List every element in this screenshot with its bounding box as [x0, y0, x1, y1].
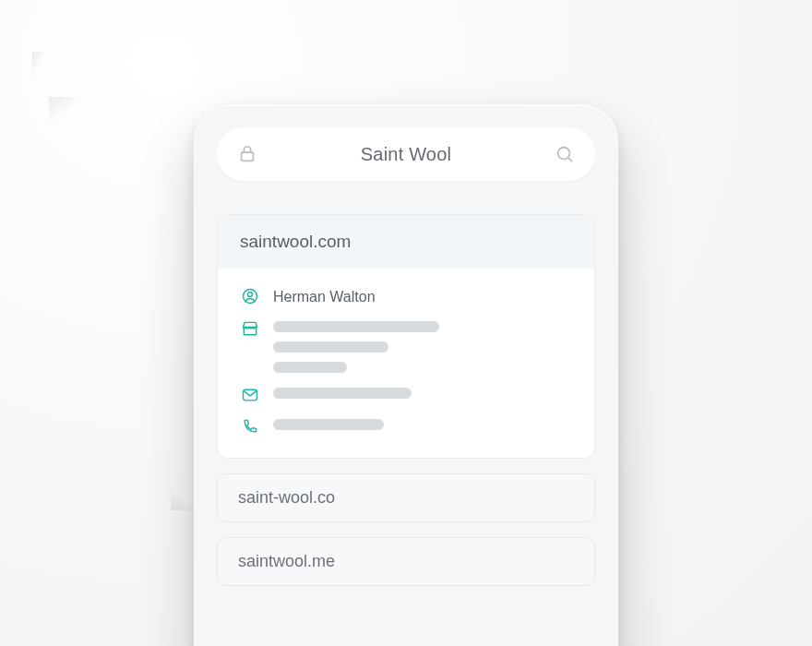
store-icon [240, 319, 260, 338]
domain-card-header[interactable]: saintwool.com [218, 215, 594, 269]
owner-name: Herman Walton [273, 287, 376, 306]
phone-placeholder [273, 417, 384, 430]
svg-point-4 [248, 292, 253, 296]
alternate-domain-item[interactable]: saint-wool.co [217, 473, 595, 522]
email-placeholder [273, 386, 412, 399]
svg-line-2 [568, 158, 572, 162]
address-row [240, 319, 572, 373]
alternate-domain-label: saintwool.me [238, 552, 335, 570]
mail-icon [240, 386, 260, 404]
user-icon [240, 287, 260, 305]
address-placeholder [273, 319, 439, 373]
owner-row: Herman Walton [240, 287, 572, 306]
device-frame: Saint Wool saintwool.com Herman Walton [194, 104, 618, 646]
search-bar[interactable]: Saint Wool [217, 127, 595, 181]
alternate-domain-label: saint-wool.co [238, 488, 335, 507]
search-icon[interactable] [555, 144, 575, 164]
domain-card: saintwool.com Herman Walton [217, 214, 595, 459]
phone-icon [240, 417, 260, 436]
domain-card-body: Herman Walton [218, 269, 594, 458]
phone-row [240, 417, 572, 436]
svg-rect-0 [242, 152, 254, 161]
email-row [240, 386, 572, 404]
alternate-domain-item[interactable]: saintwool.me [217, 537, 595, 586]
domain-name: saintwool.com [240, 232, 351, 251]
lock-icon [237, 144, 257, 164]
svg-point-1 [558, 148, 570, 160]
search-title: Saint Wool [270, 144, 542, 165]
